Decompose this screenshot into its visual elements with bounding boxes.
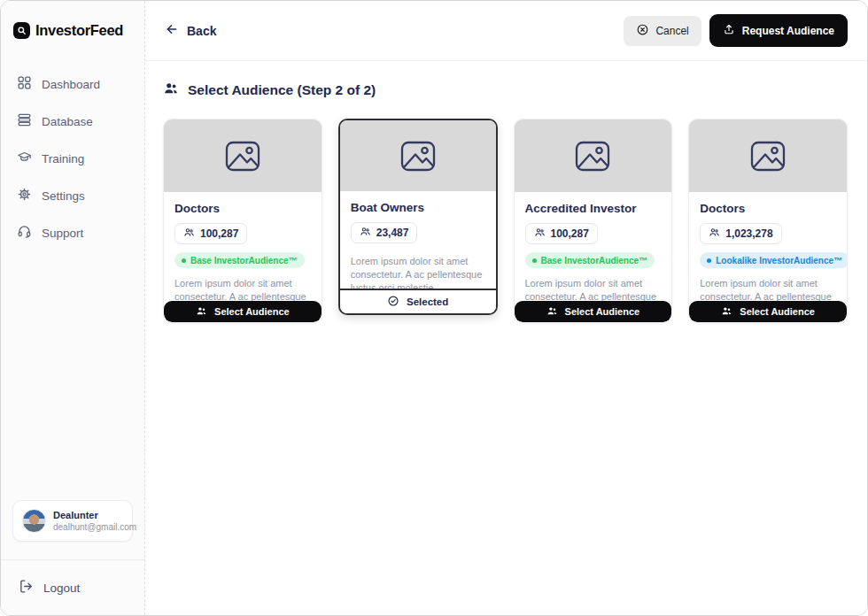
- users-icon: [721, 305, 732, 319]
- image-placeholder: [164, 119, 322, 192]
- audience-cards: Doctors 100,287: [163, 119, 848, 323]
- audience-type-badge: Lookalike InvestorAudience™: [700, 252, 847, 268]
- audience-card: Doctors 100,287: [163, 119, 322, 323]
- main-area: Back Cancel: [145, 1, 867, 615]
- sidebar-item-label: Settings: [42, 189, 85, 203]
- users-icon: [709, 227, 720, 241]
- badge-label: Base InvestorAudience™: [541, 256, 648, 266]
- users-icon: [196, 305, 207, 319]
- sidebar-item-support[interactable]: Support: [12, 219, 134, 246]
- select-audience-label: Select Audience: [214, 306, 290, 317]
- count-value: 1,023,278: [725, 227, 772, 240]
- sidebar-item-settings[interactable]: Settings: [12, 182, 134, 209]
- selected-indicator[interactable]: Selected: [340, 289, 496, 313]
- grid-icon: [17, 75, 32, 93]
- topbar: Back Cancel: [145, 1, 867, 61]
- cancel-button[interactable]: Cancel: [624, 16, 701, 46]
- user-meta: Dealunter dealhunt@gmail.com: [53, 509, 136, 533]
- brand-logo[interactable]: InvestorFeed: [1, 1, 144, 39]
- card-title: Doctors: [700, 202, 836, 215]
- search-logo-icon: [13, 22, 30, 39]
- audience-card-selected: Boat Owners 23,487 Lorem ipsum dolor sit…: [338, 119, 498, 315]
- dot-icon: [532, 258, 537, 263]
- database-icon: [17, 112, 32, 130]
- dot-icon: [182, 258, 186, 263]
- select-audience-label: Select Audience: [565, 306, 640, 317]
- users-icon: [546, 305, 558, 319]
- audience-count-badge: 23,487: [351, 222, 418, 243]
- card-title: Boat Owners: [351, 201, 485, 214]
- headset-icon: [17, 224, 32, 242]
- page-title: Select Audience (Step 2 of 2): [163, 81, 848, 100]
- select-audience-button[interactable]: Select Audience: [515, 301, 672, 322]
- audience-card: Doctors 1,023,278: [688, 119, 848, 323]
- request-audience-button[interactable]: Request Audience: [709, 14, 848, 47]
- image-placeholder: [515, 119, 672, 192]
- upload-icon: [723, 23, 735, 38]
- image-placeholder: [689, 119, 847, 192]
- image-placeholder: [340, 120, 496, 191]
- card-body: Boat Owners 23,487 Lorem ipsum dolor sit…: [340, 191, 496, 289]
- check-circle-icon: [387, 295, 399, 309]
- selected-label: Selected: [407, 296, 448, 307]
- sidebar: InvestorFeed Dashboard Database: [1, 1, 145, 615]
- user-email: dealhunt@gmail.com: [53, 521, 136, 533]
- audience-count-badge: 1,023,278: [700, 223, 781, 244]
- gear-icon: [17, 187, 32, 204]
- app-window: InvestorFeed Dashboard Database: [0, 0, 868, 616]
- avatar: [22, 509, 46, 533]
- back-label: Back: [187, 24, 216, 38]
- audience-count-badge: 100,287: [525, 223, 598, 244]
- badge-label: Base InvestorAudience™: [190, 256, 298, 266]
- topbar-actions: Cancel Request Audience: [624, 14, 848, 47]
- badge-label: Lookalike InvestorAudience™: [716, 256, 842, 266]
- users-icon: [183, 227, 195, 241]
- count-value: 100,287: [200, 227, 238, 240]
- brand-name: InvestorFeed: [35, 22, 123, 39]
- page-title-label: Select Audience (Step 2 of 2): [188, 82, 376, 98]
- select-audience-label: Select Audience: [740, 306, 815, 317]
- graduation-cap-icon: [17, 150, 32, 167]
- logout-button[interactable]: Logout: [1, 560, 144, 615]
- circle-x-icon: [636, 23, 649, 39]
- select-audience-button[interactable]: Select Audience: [164, 301, 322, 322]
- card-description: Lorem ipsum dolor sit amet consectetur. …: [351, 255, 485, 289]
- audience-type-badge: Base InvestorAudience™: [525, 252, 655, 268]
- content: Select Audience (Step 2 of 2) Doctors: [145, 61, 867, 323]
- logout-label: Logout: [43, 581, 80, 595]
- count-value: 100,287: [551, 227, 589, 240]
- card-title: Accredited Investor: [525, 202, 662, 215]
- request-audience-label: Request Audience: [742, 25, 834, 37]
- select-audience-button[interactable]: Select Audience: [689, 301, 847, 322]
- audience-count-badge: 100,287: [174, 223, 247, 244]
- users-icon: [163, 81, 179, 100]
- sidebar-item-label: Dashboard: [42, 78, 100, 91]
- sidebar-item-database[interactable]: Database: [12, 108, 134, 135]
- cancel-label: Cancel: [655, 25, 688, 37]
- sidebar-item-label: Database: [42, 115, 93, 128]
- audience-type-badge: Base InvestorAudience™: [174, 252, 305, 268]
- arrow-left-icon: [165, 22, 179, 39]
- sidebar-item-dashboard[interactable]: Dashboard: [12, 71, 134, 97]
- sidebar-item-label: Training: [42, 152, 84, 166]
- count-value: 23,487: [376, 227, 409, 239]
- audience-card: Accredited Investor 100,287: [514, 119, 673, 323]
- user-name: Dealunter: [53, 509, 136, 521]
- sidebar-item-training[interactable]: Training: [12, 145, 134, 172]
- card-title: Doctors: [174, 202, 311, 215]
- logout-icon: [19, 579, 34, 597]
- sidebar-item-label: Support: [42, 227, 83, 240]
- users-icon: [360, 226, 371, 240]
- user-profile-card[interactable]: Dealunter dealhunt@gmail.com: [12, 500, 133, 542]
- users-icon: [534, 227, 546, 241]
- dot-icon: [707, 258, 711, 263]
- back-button[interactable]: Back: [165, 22, 216, 39]
- sidebar-nav: Dashboard Database Train: [1, 71, 144, 246]
- sidebar-footer: Dealunter dealhunt@gmail.com Logout: [1, 500, 144, 615]
